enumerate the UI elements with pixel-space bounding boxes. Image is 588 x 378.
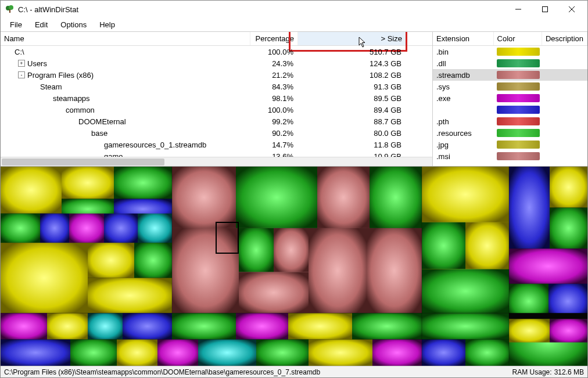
- tree-row-size: 510.7 GB: [298, 48, 406, 56]
- tree-row-name: gameresources_0_1.streamdb: [104, 141, 206, 149]
- ext-name: .jpg: [436, 141, 497, 149]
- tree-row[interactable]: steamapps98.1%89.5 GB: [1, 92, 432, 104]
- menu-options[interactable]: Options: [55, 19, 92, 31]
- svg-rect-24: [1, 214, 40, 243]
- ext-row[interactable]: [433, 104, 587, 116]
- titlebar[interactable]: C:\ - altWinDirStat: [1, 1, 587, 18]
- tree-column-headers: Name Percentage > Size: [1, 32, 432, 46]
- col-extension[interactable]: Extension: [433, 32, 494, 45]
- tree-row-pct: 90.2%: [250, 129, 298, 138]
- svg-rect-26: [69, 214, 104, 243]
- svg-rect-37: [422, 269, 509, 314]
- expander-icon[interactable]: -: [18, 71, 25, 78]
- ext-row[interactable]: .sys: [433, 81, 587, 92]
- tree-row-size: 89.5 GB: [298, 94, 406, 103]
- ext-column-headers: Extension Color Description: [433, 32, 587, 46]
- menu-help[interactable]: Help: [94, 19, 121, 31]
- close-button[interactable]: [558, 1, 585, 18]
- svg-point-1: [9, 5, 13, 10]
- minimize-button[interactable]: [505, 1, 532, 18]
- ext-row[interactable]: .dll: [433, 57, 587, 69]
- ext-rows[interactable]: .bin.dll.streamdb.sys.exe.pth.resources.…: [433, 46, 587, 166]
- tree-row-name: game: [104, 152, 123, 157]
- svg-rect-64: [465, 340, 509, 366]
- tree-row-size: 91.3 GB: [298, 82, 406, 91]
- tree-row-pct: 99.2%: [250, 117, 298, 126]
- color-swatch: [497, 59, 540, 67]
- svg-rect-30: [88, 243, 134, 278]
- ext-name: .pth: [436, 117, 497, 126]
- tree-row[interactable]: game13.6%10.9 GB: [1, 150, 432, 157]
- status-ram-value: 312.6 MB: [554, 368, 584, 376]
- svg-rect-58: [157, 340, 198, 366]
- tree-row[interactable]: -Program Files (x86)21.2%108.2 GB: [1, 69, 432, 81]
- svg-rect-49: [123, 313, 172, 339]
- color-swatch: [497, 106, 540, 114]
- tree-row[interactable]: gameresources_0_1.streamdb14.7%11.8 GB: [1, 139, 432, 150]
- tree-row[interactable]: +Users24.3%124.3 GB: [1, 57, 432, 69]
- scroll-thumb[interactable]: [2, 159, 164, 165]
- svg-rect-46: [1, 313, 47, 339]
- tree-h-scrollbar[interactable]: [1, 157, 432, 166]
- tree-row[interactable]: DOOMEternal99.2%88.7 GB: [1, 116, 432, 127]
- svg-rect-16: [367, 228, 422, 313]
- menu-file[interactable]: File: [4, 19, 28, 31]
- tree-row[interactable]: Steam84.3%91.3 GB: [1, 81, 432, 92]
- col-description[interactable]: Description: [542, 32, 587, 45]
- tree-row-name: Steam: [40, 82, 62, 91]
- svg-rect-61: [309, 340, 372, 366]
- tree-row[interactable]: common100.0%89.4 GB: [1, 104, 432, 116]
- treemap-selection: [216, 222, 239, 254]
- app-window: C:\ - altWinDirStat File Edit Options He…: [0, 0, 588, 378]
- col-size[interactable]: > Size: [298, 32, 406, 45]
- svg-rect-48: [88, 313, 123, 339]
- tree-row-size: 124.3 GB: [298, 59, 406, 68]
- treemap[interactable]: [1, 167, 587, 366]
- tree-row-name: steamapps: [53, 94, 90, 103]
- svg-rect-15: [309, 228, 367, 313]
- color-swatch: [497, 48, 540, 56]
- svg-rect-28: [138, 214, 172, 243]
- ext-row[interactable]: .jpg: [433, 139, 587, 150]
- tree-row-name: Program Files (x86): [27, 71, 94, 80]
- status-ram-label: RAM Usage:: [512, 368, 552, 376]
- ext-name: .sys: [436, 82, 497, 91]
- color-swatch: [497, 117, 540, 125]
- maximize-button[interactable]: [532, 1, 558, 18]
- tree-row[interactable]: base90.2%80.0 GB: [1, 127, 432, 139]
- svg-rect-20: [62, 167, 114, 199]
- svg-rect-13: [239, 228, 274, 272]
- svg-rect-57: [117, 340, 157, 366]
- ext-row[interactable]: .pth: [433, 116, 587, 127]
- ext-name: .resources: [436, 129, 497, 138]
- svg-rect-47: [47, 313, 88, 339]
- col-percentage[interactable]: Percentage: [250, 32, 298, 45]
- ext-row[interactable]: .streamdb: [433, 69, 587, 81]
- svg-rect-29: [1, 243, 88, 313]
- svg-rect-52: [288, 313, 352, 339]
- app-icon: [5, 5, 15, 14]
- tree-row-size: 108.2 GB: [298, 71, 406, 80]
- ext-row[interactable]: .bin: [433, 46, 587, 57]
- svg-rect-14: [274, 228, 309, 272]
- tree-rows[interactable]: C:\100.0%510.7 GB+Users24.3%124.3 GB-Pro…: [1, 46, 432, 157]
- ext-row[interactable]: .exe: [433, 92, 587, 104]
- svg-rect-50: [172, 313, 236, 339]
- tree-row-name: C:\: [15, 48, 24, 56]
- directory-tree-pane: Name Percentage > Size C:\100.0%510.7 GB…: [1, 32, 433, 166]
- ext-name: .dll: [436, 59, 497, 68]
- svg-rect-55: [1, 340, 70, 366]
- menu-edit[interactable]: Edit: [29, 19, 53, 31]
- col-color[interactable]: Color: [494, 32, 542, 45]
- col-name[interactable]: Name: [1, 32, 250, 45]
- tree-row[interactable]: C:\100.0%510.7 GB: [1, 46, 432, 57]
- svg-rect-66: [509, 319, 550, 342]
- ext-row[interactable]: .resources: [433, 127, 587, 139]
- status-path: C:\Program Files (x86)\Steam\steamapps\c…: [4, 368, 512, 376]
- tree-row-size: 80.0 GB: [298, 129, 406, 138]
- tree-row-pct: 24.3%: [250, 59, 298, 68]
- svg-rect-17: [239, 272, 309, 314]
- tree-row-pct: 100.0%: [250, 48, 298, 56]
- ext-row[interactable]: .msi: [433, 150, 587, 162]
- expander-icon[interactable]: +: [18, 60, 25, 67]
